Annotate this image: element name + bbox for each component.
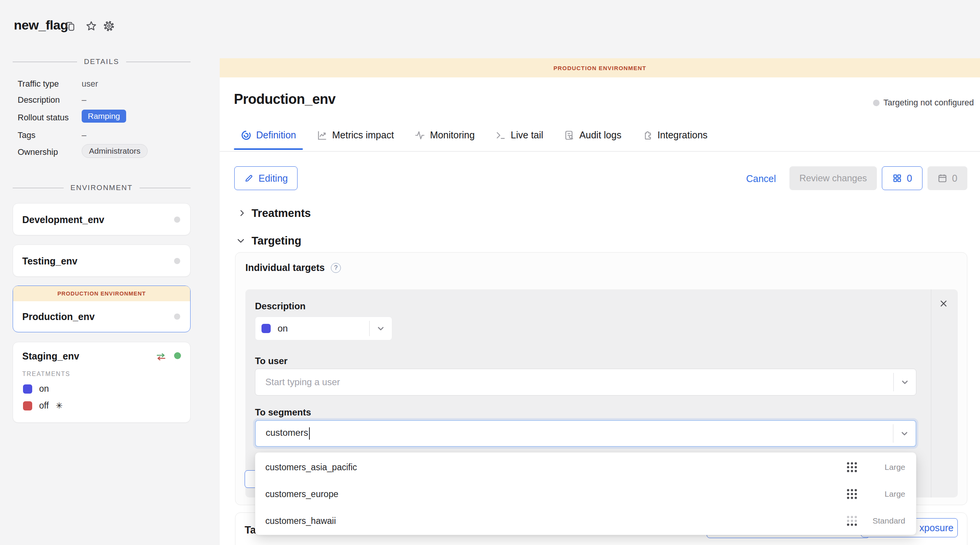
targeting-status: Targeting not configured: [873, 98, 974, 108]
card-close-column: [931, 289, 958, 497]
tab-definition[interactable]: Definition: [241, 130, 296, 149]
tab-integrations[interactable]: Integrations: [642, 130, 708, 149]
targeting-section-header[interactable]: Targeting: [252, 235, 301, 247]
review-changes-button[interactable]: Review changes: [789, 166, 877, 190]
monitoring-icon: [414, 130, 425, 141]
to-user-input[interactable]: [255, 377, 893, 387]
treatment-select-value: on: [278, 323, 369, 334]
sync-arrows-icon: [156, 352, 166, 361]
treatments-caption: TREATMENTS: [22, 371, 70, 378]
status-dot: [873, 100, 880, 106]
to-segments-input-value[interactable]: customers: [256, 427, 893, 440]
environment-title: Production_env: [234, 91, 335, 107]
env-status-dot: [174, 314, 180, 320]
tab-audit-logs[interactable]: Audit logs: [564, 130, 622, 149]
live-tail-icon: [495, 130, 506, 141]
to-segments-combobox[interactable]: customers: [255, 420, 916, 447]
to-segments-label: To segments: [255, 407, 311, 418]
copy-icon[interactable]: [65, 21, 77, 32]
changes-counter-button[interactable]: 0: [882, 166, 922, 190]
detail-label: Rollout status: [18, 113, 69, 123]
close-icon[interactable]: [939, 299, 949, 309]
segment-option[interactable]: customers_asia_pacific Large: [255, 454, 916, 481]
page-title: new_flag: [14, 18, 68, 33]
treatments-chevron-right-icon[interactable]: [238, 208, 246, 218]
targeting-chevron-down-icon[interactable]: [236, 236, 245, 245]
detail-label: Ownership: [18, 147, 58, 157]
to-user-label: To user: [255, 356, 288, 366]
segment-size-grid-icon: [847, 489, 857, 499]
cancel-button[interactable]: Cancel: [746, 173, 776, 184]
production-env-banner: PRODUCTION ENVIRONMENT: [13, 286, 190, 301]
to-user-combobox: [255, 369, 916, 396]
definition-icon: [241, 130, 252, 141]
chevron-down-icon[interactable]: [893, 429, 916, 438]
editing-button[interactable]: Editing: [234, 166, 298, 190]
env-card-development[interactable]: Development_env: [13, 203, 191, 235]
help-icon[interactable]: ?: [331, 263, 341, 273]
text-caret: [309, 427, 310, 440]
segment-size-grid-icon: [847, 462, 857, 472]
tabs-underline: [220, 151, 980, 152]
detail-value: user: [82, 79, 98, 89]
rollout-status-badge: Ramping: [82, 110, 126, 123]
segment-option[interactable]: customers_hawaii Standard: [255, 507, 916, 534]
star-icon[interactable]: [85, 20, 97, 32]
calendar-icon: [937, 173, 947, 183]
individual-targets-header: Individual targets ?: [245, 262, 341, 273]
detail-label: Traffic type: [18, 79, 59, 89]
environment-divider: ENVIRONMENT: [13, 184, 191, 192]
treatment-select[interactable]: on: [255, 317, 392, 340]
env-status-dot-active: [174, 352, 181, 359]
gear-icon[interactable]: [103, 20, 115, 32]
detail-label: Description: [18, 95, 60, 105]
tab-live-tail[interactable]: Live tail: [495, 130, 543, 149]
tab-metrics-impact[interactable]: Metrics impact: [317, 130, 394, 149]
default-treatment-asterisk-icon: ✳: [56, 401, 62, 411]
metrics-impact-icon: [317, 130, 327, 141]
production-environment-banner: PRODUCTION ENVIRONMENT: [220, 58, 980, 77]
detail-value: –: [82, 130, 86, 140]
detail-value: –: [82, 95, 86, 105]
segment-option[interactable]: customers_europe Large: [255, 481, 916, 507]
details-divider: DETAILS: [13, 57, 191, 66]
treatment-row-on: on: [23, 384, 49, 394]
tab-monitoring[interactable]: Monitoring: [414, 130, 475, 149]
chevron-down-icon[interactable]: [370, 324, 392, 333]
segments-dropdown: customers_asia_pacific Large customers_e…: [255, 452, 916, 535]
treatment-off-swatch: [23, 401, 32, 410]
treatments-section-header[interactable]: Treatments: [252, 207, 311, 220]
env-card-staging[interactable]: Staging_env TREATMENTS on off ✳: [13, 342, 191, 423]
next-section-heading: Ta: [245, 524, 256, 536]
feature-flag-page: new_flag DETAILS Traffic type user Descr…: [0, 0, 980, 545]
details-heading: DETAILS: [84, 57, 119, 66]
schedule-counter-button[interactable]: 0: [927, 166, 967, 190]
tab-bar: Definition Metrics impact Monitoring Liv…: [241, 130, 707, 149]
pencil-icon: [244, 173, 254, 183]
env-card-testing[interactable]: Testing_env: [13, 245, 191, 277]
environment-heading: ENVIRONMENT: [71, 184, 133, 192]
env-status-dot: [174, 258, 180, 264]
description-label: Description: [255, 301, 306, 312]
segment-size-grid-icon: [847, 516, 857, 526]
treatment-row-off: off ✳: [23, 401, 63, 411]
grid-icon: [892, 173, 902, 183]
integrations-icon: [642, 130, 653, 141]
treatment-on-swatch: [23, 384, 32, 394]
ownership-pill[interactable]: Administrators: [82, 144, 148, 158]
treatment-on-swatch: [261, 324, 271, 333]
env-card-production[interactable]: PRODUCTION ENVIRONMENT Production_env: [13, 286, 191, 332]
env-status-dot: [174, 217, 180, 223]
detail-label: Tags: [18, 130, 35, 140]
audit-logs-icon: [564, 130, 575, 141]
chevron-down-icon[interactable]: [894, 378, 916, 387]
